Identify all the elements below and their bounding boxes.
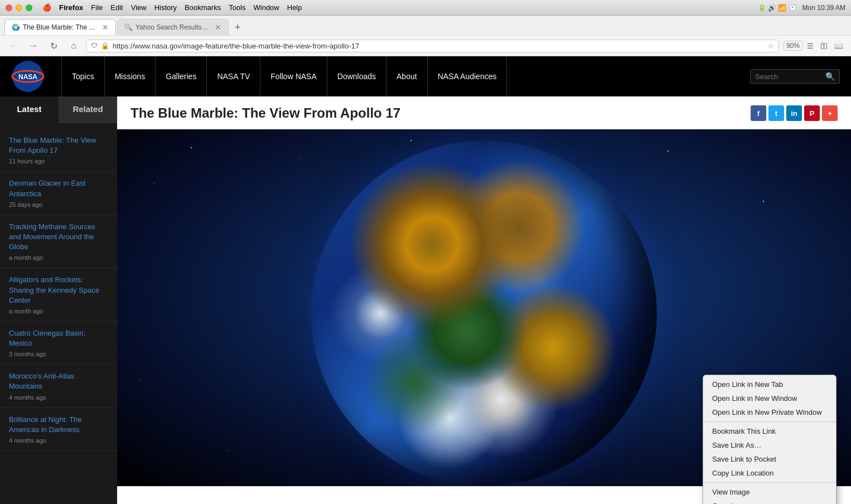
nav-downloads[interactable]: Downloads <box>327 56 386 96</box>
nav-about[interactable]: About <box>386 56 428 96</box>
ctx-copy-image[interactable]: Copy Image <box>703 499 836 504</box>
file-menu[interactable]: File <box>91 3 103 12</box>
twitter-share-button[interactable]: t <box>768 105 784 121</box>
sidebar-link-2[interactable]: Denman Glacier in East Antarctica <box>9 178 108 198</box>
tab-bar: 🌍 The Blue Marble: The View Fro… ✕ 🔍 Yah… <box>0 16 851 35</box>
star <box>191 147 192 148</box>
facebook-share-button[interactable]: f <box>751 105 766 121</box>
nasa-search[interactable]: 🔍 <box>750 69 840 84</box>
ctx-save-link-as[interactable]: Save Link As… <box>703 438 836 452</box>
bookmark-star-icon[interactable]: ☆ <box>767 42 774 50</box>
nasa-header: NASA Topics Missions Galleries NASA TV F… <box>0 56 851 96</box>
tools-menu[interactable]: Tools <box>229 3 245 12</box>
tab-related[interactable]: Related <box>59 96 117 123</box>
ctx-open-link-new-window[interactable]: Open Link in New Window <box>703 391 836 405</box>
star <box>154 183 154 183</box>
firefox-menu[interactable]: Firefox <box>59 3 83 12</box>
apple-menu[interactable]: 🍎 <box>42 3 51 12</box>
home-button[interactable]: ⌂ <box>66 38 81 54</box>
nav-nasa-tv[interactable]: NASA TV <box>207 56 260 96</box>
tab-favicon-1: 🌍 <box>12 23 20 31</box>
tab-title-2: Yahoo Search Results - Web S… <box>136 23 209 31</box>
svg-text:NASA: NASA <box>18 73 37 81</box>
browser-chrome: 🌍 The Blue Marble: The View Fro… ✕ 🔍 Yah… <box>0 16 851 56</box>
traffic-lights <box>6 4 32 11</box>
nasa-nav: Topics Missions Galleries NASA TV Follow… <box>61 56 750 96</box>
window-menu[interactable]: Window <box>254 3 279 12</box>
ctx-bookmark-link[interactable]: Bookmark This Link <box>703 424 836 438</box>
reading-mode-icon[interactable]: 📖 <box>832 41 845 51</box>
close-window-button[interactable] <box>6 4 12 11</box>
os-titlebar-left: 🍎 Firefox File Edit View History Bookmar… <box>6 3 302 12</box>
fullscreen-window-button[interactable] <box>26 4 32 11</box>
nav-nasa-audiences[interactable]: NASA Audiences <box>428 56 507 96</box>
system-icons: 🔋 🔊 📶 🕙 <box>758 4 797 12</box>
sidebar: Latest Related The Blue Marble: The View… <box>0 96 117 504</box>
nav-bar: ← → ↻ ⌂ 🛡 🔒 https://www.nasa.gov/image-f… <box>0 35 851 56</box>
tab-1[interactable]: 🌍 The Blue Marble: The View Fro… ✕ <box>4 19 116 35</box>
zoom-level[interactable]: 90% <box>784 41 802 51</box>
ctx-copy-link-location[interactable]: Copy Link Location <box>703 466 836 480</box>
sidebar-list: The Blue Marble: The View From Apollo 17… <box>0 123 117 457</box>
sidebar-time-5: 3 months ago <box>9 351 108 357</box>
lock-icon: 🔒 <box>101 42 109 50</box>
hamburger-menu-icon[interactable]: ☰ <box>805 41 816 51</box>
sidebar-link-7[interactable]: Brilliance at Night: The Americas in Dar… <box>9 415 108 435</box>
sidebar-link-1[interactable]: The Blue Marble: The View From Apollo 17 <box>9 135 108 156</box>
tab-latest[interactable]: Latest <box>0 96 59 123</box>
tab-2[interactable]: 🔍 Yahoo Search Results - Web S… ✕ <box>117 19 229 35</box>
tab-close-2[interactable]: ✕ <box>215 23 221 32</box>
sidebar-link-5[interactable]: Cuatro Cienegas Basin, Mexico <box>9 328 108 348</box>
minimize-window-button[interactable] <box>16 4 22 11</box>
nav-missions[interactable]: Missions <box>105 56 156 96</box>
edit-menu[interactable]: Edit <box>110 3 123 12</box>
linkedin-share-button[interactable]: in <box>786 105 802 121</box>
reload-button[interactable]: ↻ <box>46 38 61 54</box>
bookmarks-menu[interactable]: Bookmarks <box>185 3 221 12</box>
content-wrapper: Latest Related The Blue Marble: The View… <box>0 96 851 504</box>
sidebar-tabs: Latest Related <box>0 96 117 123</box>
list-item: Denman Glacier in East Antarctica 25 day… <box>0 172 117 215</box>
ctx-open-link-new-tab[interactable]: Open Link in New Tab <box>703 377 836 391</box>
tab-close-1[interactable]: ✕ <box>102 23 109 32</box>
sidebar-link-3[interactable]: Tracking Methane Sources and Movement Ar… <box>9 222 108 253</box>
forward-button[interactable]: → <box>26 38 41 54</box>
article-title: The Blue Marble: The View From Apollo 17 <box>130 105 400 121</box>
view-menu[interactable]: View <box>131 3 147 12</box>
list-item: Tracking Methane Sources and Movement Ar… <box>0 215 117 269</box>
os-titlebar-right: 🔋 🔊 📶 🕙 Mon 10:39 AM <box>758 4 845 12</box>
star <box>410 140 412 141</box>
more-share-button[interactable]: + <box>822 105 838 121</box>
nasa-logo[interactable]: NASA <box>11 60 45 93</box>
search-input[interactable] <box>755 72 822 81</box>
pocket-icon[interactable]: ⚿ <box>818 41 830 51</box>
help-menu[interactable]: Help <box>287 3 302 12</box>
article-header: The Blue Marble: The View From Apollo 17… <box>117 96 851 129</box>
main-content: The Blue Marble: The View From Apollo 17… <box>117 96 851 504</box>
ctx-separator-1 <box>703 421 836 422</box>
list-item: The Blue Marble: The View From Apollo 17… <box>0 129 117 172</box>
ctx-view-image[interactable]: View Image <box>703 485 836 499</box>
ctx-open-link-private-window[interactable]: Open Link in New Private Window <box>703 405 836 419</box>
context-menu: Open Link in New Tab Open Link in New Wi… <box>703 375 837 504</box>
url-bar[interactable]: 🛡 🔒 https://www.nasa.gov/image-feature/t… <box>86 40 779 52</box>
nav-follow-nasa[interactable]: Follow NASA <box>260 56 327 96</box>
list-item: Brilliance at Night: The Americas in Dar… <box>0 408 117 451</box>
new-tab-button[interactable]: + <box>230 20 245 35</box>
sidebar-time-3: a month ago <box>9 254 108 261</box>
sidebar-link-4[interactable]: Alligators and Rockets: Sharing the Kenn… <box>9 275 108 306</box>
sidebar-time-7: 4 months ago <box>9 437 108 444</box>
earth-globe-image <box>311 140 657 486</box>
star <box>227 450 228 451</box>
history-menu[interactable]: History <box>154 3 177 12</box>
social-icons: f t in P + <box>751 105 838 121</box>
nav-galleries[interactable]: Galleries <box>156 56 207 96</box>
back-button[interactable]: ← <box>6 38 21 54</box>
ctx-save-link-pocket[interactable]: Save Link to Pocket <box>703 452 836 466</box>
nav-topics[interactable]: Topics <box>61 56 105 96</box>
list-item: Alligators and Rockets: Sharing the Kenn… <box>0 268 117 322</box>
sidebar-link-6[interactable]: Morocco's Anti-Atlas Mountains <box>9 371 108 391</box>
pinterest-share-button[interactable]: P <box>804 105 820 121</box>
url-text: https://www.nasa.gov/image-feature/the-b… <box>113 42 764 50</box>
os-titlebar: 🍎 Firefox File Edit View History Bookmar… <box>0 0 851 16</box>
